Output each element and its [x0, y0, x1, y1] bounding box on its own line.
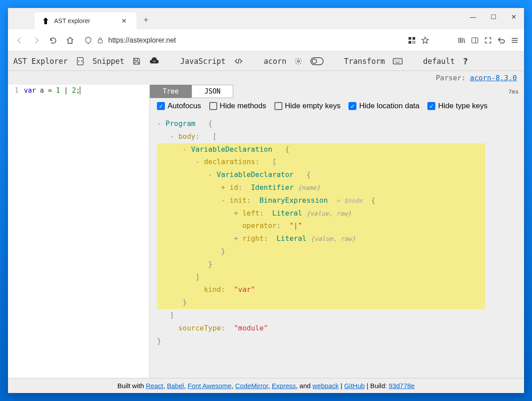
svg-rect-15 — [393, 58, 402, 64]
save-icon[interactable] — [132, 57, 141, 66]
hide-location-checkbox[interactable]: ✓Hide location data — [348, 102, 419, 110]
tree-tab[interactable]: Tree — [150, 85, 192, 98]
svg-rect-6 — [413, 43, 414, 43]
bookmark-star-icon[interactable] — [421, 36, 429, 44]
fontawesome-link[interactable]: Font Awesome — [188, 382, 231, 389]
new-tab-button[interactable]: + — [137, 11, 156, 29]
svg-rect-0 — [98, 39, 102, 43]
webpack-link[interactable]: webpack — [313, 382, 339, 389]
library-icon[interactable] — [458, 36, 466, 44]
snippet-menu[interactable]: Snippet — [93, 57, 125, 66]
parse-time: 7ms — [509, 88, 519, 95]
home-button[interactable] — [64, 34, 76, 47]
hamburger-menu-icon[interactable] — [511, 36, 519, 44]
footer: Built with React, Babel, Font Awesome, C… — [8, 378, 524, 393]
mode-label[interactable]: default — [423, 57, 455, 66]
url-input[interactable]: https://astexplorer.net — [81, 36, 403, 44]
keyboard-icon[interactable] — [393, 58, 403, 65]
svg-rect-1 — [409, 37, 411, 39]
json-tab[interactable]: JSON — [192, 85, 233, 98]
codemirror-link[interactable]: CodeMirror — [235, 382, 268, 389]
app-toolbar: AST Explorer Snippet ∞ JavaScript acorn … — [8, 51, 524, 71]
code-icon — [234, 57, 243, 65]
babel-link[interactable]: Babel — [167, 382, 184, 389]
language-selector[interactable]: JavaScript — [180, 57, 225, 66]
tab-favicon — [42, 17, 50, 25]
autofocus-checkbox[interactable]: ✓Autofocus — [157, 102, 201, 110]
reload-button[interactable] — [47, 34, 59, 47]
window-close-button[interactable]: ✕ — [504, 8, 524, 26]
line-number: 1 — [8, 86, 24, 94]
code-editor[interactable]: 1 var a = 1 | 2; — [8, 85, 150, 378]
window-minimize-button[interactable]: — — [463, 8, 483, 26]
lock-icon — [97, 37, 104, 44]
forward-button[interactable] — [30, 34, 43, 47]
hide-type-keys-checkbox[interactable]: ✓Hide type keys — [427, 102, 488, 110]
svg-rect-7 — [414, 43, 415, 43]
screenshot-icon[interactable] — [484, 36, 492, 44]
build-link[interactable]: 93d778e — [389, 382, 415, 389]
parser-selector[interactable]: acorn — [264, 57, 286, 66]
svg-rect-5 — [414, 41, 415, 42]
gist-icon[interactable] — [76, 56, 85, 67]
help-icon[interactable]: ? — [463, 56, 468, 67]
qr-icon[interactable] — [408, 36, 416, 44]
parser-version-link[interactable]: acorn-8.3.0 — [470, 74, 517, 82]
svg-rect-8 — [472, 38, 478, 43]
hide-methods-checkbox[interactable]: Hide methods — [209, 102, 266, 110]
transform-menu[interactable]: Transform — [344, 57, 385, 66]
svg-rect-3 — [409, 41, 411, 43]
cloud-icon[interactable]: ∞ — [149, 57, 160, 65]
svg-text:∞: ∞ — [153, 59, 156, 63]
tab-title: AST explorer — [54, 17, 90, 24]
hide-empty-keys-checkbox[interactable]: Hide empty keys — [274, 102, 341, 110]
sidebar-icon[interactable] — [471, 36, 479, 44]
ast-tree[interactable]: - Program { - body: [ - VariableDeclarat… — [150, 114, 524, 356]
svg-point-12 — [297, 60, 300, 62]
svg-rect-13 — [311, 58, 323, 65]
undo-redo-icon[interactable] — [497, 36, 505, 44]
app-title: AST Explorer — [13, 57, 68, 66]
window-maximize-button[interactable]: ☐ — [483, 8, 504, 26]
browser-titlebar: AST explorer ✕ + — ☐ ✕ — [8, 8, 524, 29]
shield-icon — [84, 36, 92, 44]
github-link[interactable]: GitHub — [344, 382, 365, 389]
tree-options: ✓Autofocus Hide methods Hide empty keys … — [150, 98, 524, 114]
react-link[interactable]: React — [146, 382, 163, 389]
parser-info: Parser: acorn-8.3.0 — [8, 71, 524, 85]
svg-rect-4 — [413, 41, 414, 42]
gear-icon[interactable] — [294, 57, 302, 65]
close-tab-button[interactable]: ✕ — [119, 16, 129, 25]
address-bar: https://astexplorer.net — [8, 29, 524, 51]
browser-tab[interactable]: AST explorer ✕ — [35, 12, 137, 29]
svg-rect-2 — [413, 37, 415, 39]
express-link[interactable]: Express — [272, 382, 296, 389]
url-text: https://astexplorer.net — [108, 36, 176, 44]
back-button[interactable] — [13, 34, 26, 47]
svg-point-14 — [312, 59, 317, 63]
toggle-icon[interactable] — [310, 57, 324, 65]
